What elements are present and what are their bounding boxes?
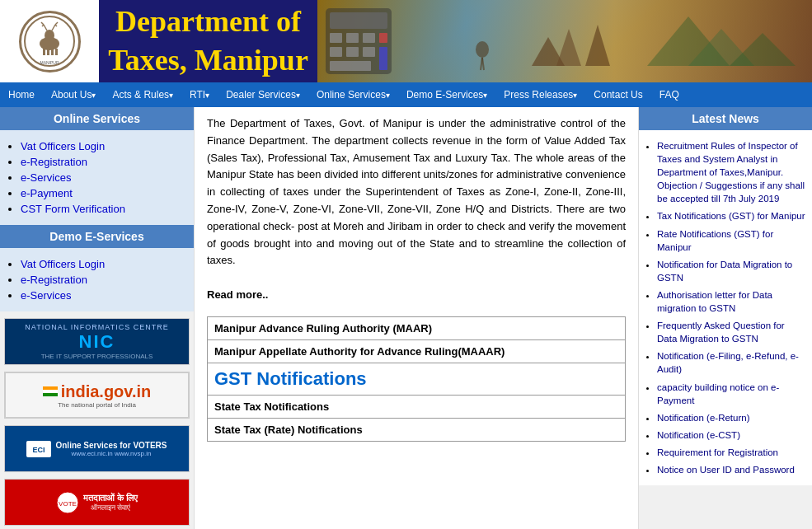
news-item[interactable]: Notification (e-Return) (657, 411, 805, 424)
voter-hindi-logo-icon: VOTE (56, 491, 79, 514)
news-item[interactable]: Rate Notifications (GST) for Manipur (657, 227, 805, 254)
india-portal-sub: The national portal of India (58, 401, 136, 409)
nav-about[interactable]: About Us (43, 82, 104, 107)
news-item[interactable]: Tax Notifications (GST) for Manipur (657, 209, 805, 222)
news-link-11[interactable]: Notice on User ID and Password (657, 465, 795, 475)
voter-hindi-banner[interactable]: VOTE मतदाताओं के लिए ऑनलाइन सेवाएं (4, 479, 190, 526)
main-nav: Home About Us Acts & Rules RTI Dealer Se… (0, 82, 812, 107)
news-item[interactable]: Requirement for Registration (657, 446, 805, 459)
voter-banner[interactable]: ECI Online Services for VOTERS www.eci.n… (4, 425, 190, 472)
header: MANIPUR Department of Taxes, Manipur (0, 0, 812, 82)
news-item[interactable]: Recruitment Rules of Inspector of Taxes … (657, 139, 805, 205)
news-item[interactable]: capacity building notice on e-Payment (657, 381, 805, 407)
nav-rti[interactable]: RTI (181, 82, 218, 107)
svg-point-2 (45, 30, 54, 41)
svg-rect-5 (51, 49, 54, 55)
news-link-8[interactable]: Notification (e-Return) (657, 413, 749, 423)
news-item[interactable]: Authorisation letter for Data migration … (657, 288, 805, 315)
latest-news-title: Latest News (639, 107, 812, 130)
list-item[interactable]: e-Registration (21, 274, 185, 286)
india-gov-banner[interactable]: india.gov.in The national portal of Indi… (4, 372, 190, 419)
news-item[interactable]: Notification for Data Migration to GSTN (657, 258, 805, 284)
svg-rect-19 (363, 33, 375, 43)
list-item[interactable]: e-Services (21, 171, 185, 184)
nav-dealer-services[interactable]: Dealer Services (218, 82, 308, 107)
list-item[interactable]: e-Services (21, 289, 185, 302)
nav-contact[interactable]: Contact Us (585, 82, 650, 107)
header-title-block: Department of Taxes, Manipur (99, 0, 317, 88)
news-link-0[interactable]: Recruitment Rules of Inspector of Taxes … (657, 141, 805, 204)
maaar-row[interactable]: Manipur Appellate Authority for Advance … (208, 339, 626, 363)
svg-rect-23 (363, 47, 375, 57)
list-item[interactable]: e-Payment (21, 187, 185, 199)
svg-rect-4 (47, 49, 49, 55)
demo-e-services-link[interactable]: e-Services (21, 289, 71, 302)
news-item[interactable]: Notice on User ID and Password (657, 463, 805, 476)
table-row[interactable]: State Tax (Rate) Notifications (208, 418, 626, 441)
news-link-3[interactable]: Notification for Data Migration to GSTN (657, 260, 792, 283)
header-logo: MANIPUR (0, 0, 99, 82)
nic-sub: THE IT SUPPORT PROFESSIONALS (41, 353, 153, 360)
list-item[interactable]: e-Registration (21, 156, 185, 168)
nav-faq[interactable]: FAQ (651, 82, 688, 107)
site-title: Department of Taxes, Manipur (107, 2, 309, 80)
svg-rect-24 (379, 47, 387, 70)
demo-e-registration-link[interactable]: e-Registration (21, 274, 87, 286)
nav-press-releases[interactable]: Press Releases (495, 82, 585, 107)
demo-vat-login-link[interactable]: Vat Officers Login (21, 258, 105, 270)
news-link-6[interactable]: Notification (e-Filing, e-Refund, e-Audi… (657, 351, 799, 374)
news-link-10[interactable]: Requirement for Registration (657, 447, 778, 457)
svg-rect-21 (330, 47, 342, 57)
nav-online-services[interactable]: Online Services (308, 82, 398, 107)
read-more-link[interactable]: Read more.. (207, 288, 268, 301)
list-item[interactable]: Vat Officers Login (21, 140, 185, 152)
news-link-4[interactable]: Authorisation letter for Data migration … (657, 290, 772, 313)
content-table: Manipur Advance Ruling Authority (MAAR) … (207, 316, 626, 442)
state-tax-rate-row[interactable]: State Tax (Rate) Notifications (208, 418, 626, 441)
news-link-1[interactable]: Tax Notifications (GST) for Manipur (657, 211, 805, 221)
nic-banner[interactable]: NATIONAL INFORMATICS CENTRE NIC THE IT S… (4, 318, 190, 365)
list-item[interactable]: Vat Officers Login (21, 258, 185, 270)
news-link-2[interactable]: Rate Notifications (GST) for Manipur (657, 229, 773, 252)
svg-rect-25 (330, 61, 371, 71)
table-row[interactable]: State Tax Notifications (208, 395, 626, 418)
news-link-5[interactable]: Frequently Asked Question for Data Migra… (657, 321, 785, 344)
online-services-list: Vat Officers Login e-Registration e-Serv… (0, 130, 194, 225)
main-content: The Department of Taxes, Govt. of Manipu… (194, 107, 639, 529)
svg-rect-22 (346, 47, 359, 57)
cst-form-link[interactable]: CST Form Verification (21, 203, 125, 215)
svg-line-7 (44, 25, 47, 30)
e-payment-link[interactable]: e-Payment (21, 187, 73, 199)
table-row[interactable]: Manipur Advance Ruling Authority (MAAR) (208, 316, 626, 339)
list-item[interactable]: CST Form Verification (21, 203, 185, 215)
svg-rect-18 (346, 33, 359, 43)
e-services-link[interactable]: e-Services (21, 171, 71, 184)
voter-logo-icon: ECI (26, 441, 51, 457)
logo-svg: MANIPUR (23, 15, 77, 68)
state-tax-row[interactable]: State Tax Notifications (208, 395, 626, 418)
gst-notifications-row[interactable]: GST Notifications (208, 363, 626, 395)
svg-rect-3 (43, 49, 45, 55)
svg-line-12 (55, 25, 57, 26)
news-item[interactable]: Notification (e-Filing, e-Refund, e-Audi… (657, 349, 805, 376)
news-link-7[interactable]: capacity building notice on e-Payment (657, 382, 779, 405)
news-item[interactable]: Notification (e-CST) (657, 428, 805, 442)
banner-svg (317, 0, 812, 82)
header-banner-image (317, 0, 812, 82)
news-link-9[interactable]: Notification (e-CST) (657, 430, 740, 440)
table-row[interactable]: Manipur Appellate Authority for Advance … (208, 339, 626, 363)
left-sidebar: Online Services Vat Officers Login e-Reg… (0, 107, 194, 529)
table-row[interactable]: GST Notifications (208, 363, 626, 395)
news-list: Recruitment Rules of Inspector of Taxes … (639, 130, 812, 485)
svg-rect-20 (379, 33, 387, 43)
logo-emblem: MANIPUR (19, 11, 81, 73)
nav-acts-rules[interactable]: Acts & Rules (104, 82, 181, 107)
maar-row[interactable]: Manipur Advance Ruling Authority (MAAR) (208, 316, 626, 339)
nav-home[interactable]: Home (0, 82, 43, 107)
news-item[interactable]: Frequently Asked Question for Data Migra… (657, 319, 805, 345)
vat-officers-login-link[interactable]: Vat Officers Login (21, 140, 105, 152)
svg-text:ECI: ECI (33, 446, 45, 454)
e-registration-link[interactable]: e-Registration (21, 156, 87, 168)
online-services-title: Online Services (0, 107, 194, 130)
nav-demo-eservices[interactable]: Demo E-Services (398, 82, 495, 107)
